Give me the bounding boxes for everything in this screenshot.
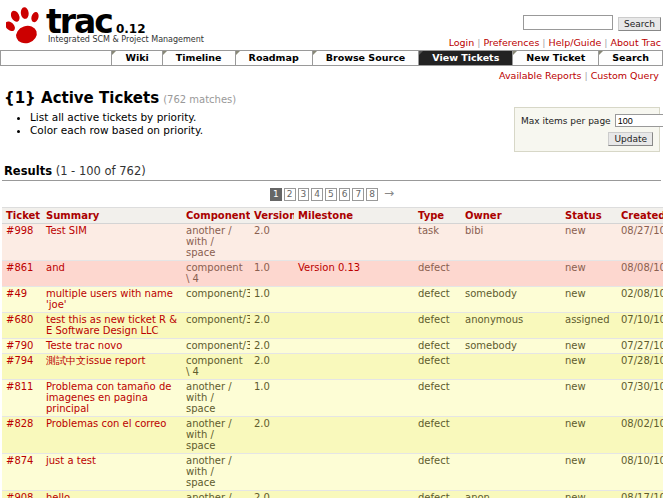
header-search-area: Search Login|Preferences|Help/Guide|Abou… bbox=[449, 12, 661, 48]
cell-summary: test this as new ticket R & E Software D… bbox=[42, 313, 182, 339]
ticket-link[interactable]: #680 bbox=[6, 314, 33, 325]
contextnav-link-available-reports[interactable]: Available Reports bbox=[499, 70, 581, 81]
tab-view-tickets[interactable]: View Tickets bbox=[418, 51, 512, 65]
ticket-link[interactable]: #861 bbox=[6, 262, 33, 273]
page-2[interactable]: 2 bbox=[284, 188, 296, 201]
col-header-status[interactable]: Status bbox=[561, 208, 617, 224]
cell-version: 1.0 bbox=[250, 287, 294, 313]
ticket-link[interactable]: #874 bbox=[6, 455, 33, 466]
ticket-link[interactable]: #811 bbox=[6, 381, 33, 392]
cell-ticket: #998 bbox=[2, 224, 42, 261]
cell-type: defect bbox=[414, 287, 461, 313]
col-header-ticket[interactable]: Ticket bbox=[2, 208, 42, 224]
page-8[interactable]: 8 bbox=[366, 188, 378, 201]
col-header-created[interactable]: Created bbox=[617, 208, 663, 224]
cell-milestone bbox=[294, 454, 414, 491]
tickets-table: TicketSummaryComponentVersionMilestoneTy… bbox=[2, 207, 663, 498]
cell-owner bbox=[461, 417, 561, 454]
ticket-link[interactable]: #998 bbox=[6, 225, 33, 236]
tab-search[interactable]: Search bbox=[598, 51, 662, 65]
tab-new-ticket[interactable]: New Ticket bbox=[512, 51, 598, 65]
cell-created: 08/27/10 bbox=[617, 224, 663, 261]
page-4[interactable]: 4 bbox=[311, 188, 323, 201]
meta-nav: Login|Preferences|Help/Guide|About Trac bbox=[449, 37, 661, 48]
next-page-arrow[interactable]: → bbox=[384, 186, 394, 200]
ticket-link[interactable]: #794 bbox=[6, 355, 33, 366]
cell-summary: multiple users with name 'joe' bbox=[42, 287, 182, 313]
page-7[interactable]: 7 bbox=[352, 188, 364, 201]
cell-owner: somebody bbox=[461, 287, 561, 313]
metanav-link-preferences[interactable]: Preferences bbox=[483, 37, 539, 48]
milestone-link[interactable]: Version 0.13 bbox=[298, 262, 360, 273]
ticket-link[interactable]: #49 bbox=[6, 288, 27, 299]
cell-type: defect bbox=[414, 417, 461, 454]
cell-created: 07/10/10 bbox=[617, 313, 663, 339]
cell-created: 08/10/10 bbox=[617, 454, 663, 491]
metanav-link-login[interactable]: Login bbox=[449, 37, 475, 48]
page-6[interactable]: 6 bbox=[339, 188, 351, 201]
col-header-milestone[interactable]: Milestone bbox=[294, 208, 414, 224]
cell-version: 1.0 bbox=[250, 261, 294, 287]
cell-summary: hello bbox=[42, 491, 182, 498]
ticket-link[interactable]: #908 bbox=[6, 492, 33, 498]
col-header-type[interactable]: Type bbox=[414, 208, 461, 224]
metanav-link-about-trac[interactable]: About Trac bbox=[611, 37, 661, 48]
page-3[interactable]: 3 bbox=[298, 188, 310, 201]
cell-summary: Problemas con el correo bbox=[42, 417, 182, 454]
cell-milestone bbox=[294, 313, 414, 339]
max-items-input[interactable] bbox=[615, 114, 663, 127]
contextnav-link-custom-query[interactable]: Custom Query bbox=[591, 70, 659, 81]
cell-component: component \ 4 bbox=[182, 261, 250, 287]
page-5[interactable]: 5 bbox=[325, 188, 337, 201]
tab-timeline[interactable]: Timeline bbox=[162, 51, 235, 65]
col-header-component[interactable]: Component bbox=[182, 208, 250, 224]
cell-status: new bbox=[561, 287, 617, 313]
summary-link[interactable]: and bbox=[46, 262, 65, 273]
cell-component: another / with / space bbox=[182, 491, 250, 498]
cell-owner bbox=[461, 261, 561, 287]
summary-link[interactable]: multiple users with name 'joe' bbox=[46, 288, 173, 310]
update-button[interactable]: Update bbox=[608, 132, 653, 146]
summary-link[interactable]: hello bbox=[46, 492, 70, 498]
trac-active-tickets-page: { "logo": { "title": "trac", "version": … bbox=[0, 0, 663, 498]
search-button[interactable]: Search bbox=[618, 17, 661, 31]
tab-roadmap[interactable]: Roadmap bbox=[235, 51, 312, 65]
cell-component: another / with / space bbox=[182, 454, 250, 491]
cell-version: 2.0 bbox=[250, 339, 294, 354]
table-row: #828Problemas con el correoanother / wit… bbox=[2, 417, 663, 454]
cell-created: 08/17/10 bbox=[617, 491, 663, 498]
wordmark: trac0.12 Integrated SCM & Project Manage… bbox=[46, 5, 204, 44]
summary-link[interactable]: Teste trac novo bbox=[46, 340, 122, 351]
paw-print-icon bbox=[6, 7, 42, 47]
ticket-link[interactable]: #828 bbox=[6, 418, 33, 429]
page-1[interactable]: 1 bbox=[270, 188, 282, 201]
tab-browse-source[interactable]: Browse Source bbox=[312, 51, 419, 65]
paginator: 12345678→ bbox=[2, 186, 661, 201]
summary-link[interactable]: Test SIM bbox=[46, 225, 87, 236]
col-header-version[interactable]: Version bbox=[250, 208, 294, 224]
paging-prefs-box: Max items per page Update bbox=[514, 107, 660, 152]
cell-created: 07/30/10 bbox=[617, 380, 663, 417]
cell-summary: just a test bbox=[42, 454, 182, 491]
cell-ticket: #908 bbox=[2, 491, 42, 498]
table-row: #811Problema con tamaño de imagenes en p… bbox=[2, 380, 663, 417]
summary-link[interactable]: test this as new ticket R & E Software D… bbox=[46, 314, 177, 336]
summary-link[interactable]: just a test bbox=[46, 455, 96, 466]
cell-version: 2.0 bbox=[250, 224, 294, 261]
col-header-owner[interactable]: Owner bbox=[461, 208, 561, 224]
cell-created: 08/02/10 bbox=[617, 417, 663, 454]
metanav-link-help-guide[interactable]: Help/Guide bbox=[549, 37, 602, 48]
summary-link[interactable]: Problema con tamaño de imagenes en pagin… bbox=[46, 381, 171, 414]
table-body: #998Test SIManother / with / space2.0tas… bbox=[2, 224, 663, 498]
cell-status: new bbox=[561, 339, 617, 354]
search-input[interactable] bbox=[523, 15, 613, 30]
summary-link[interactable]: Problemas con el correo bbox=[46, 418, 166, 429]
summary-link[interactable]: 測試中文issue report bbox=[46, 355, 145, 366]
col-header-summary[interactable]: Summary bbox=[42, 208, 182, 224]
ticket-link[interactable]: #790 bbox=[6, 340, 33, 351]
cell-type: defect bbox=[414, 261, 461, 287]
cell-type: defect bbox=[414, 339, 461, 354]
cell-owner bbox=[461, 380, 561, 417]
report-content: {1} Active Tickets(762 matches) List all… bbox=[0, 89, 663, 498]
tab-wiki[interactable]: Wiki bbox=[111, 51, 161, 65]
